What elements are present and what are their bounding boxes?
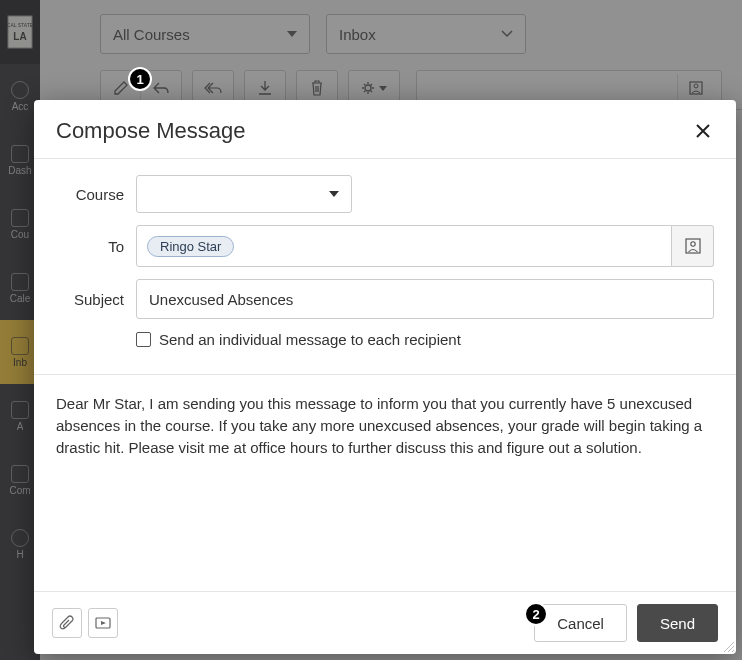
send-label: Send bbox=[660, 615, 695, 632]
callout-number: 1 bbox=[136, 72, 143, 87]
subject-value: Unexcused Absences bbox=[149, 291, 293, 308]
callout-marker-1: 1 bbox=[128, 67, 152, 91]
attach-file-button[interactable] bbox=[52, 608, 82, 638]
course-label: Course bbox=[56, 186, 124, 203]
paperclip-icon bbox=[59, 615, 75, 631]
callout-marker-2: 2 bbox=[524, 602, 548, 626]
to-input[interactable]: Ringo Star bbox=[136, 225, 672, 267]
recipient-pill[interactable]: Ringo Star bbox=[147, 236, 234, 257]
subject-label: Subject bbox=[56, 291, 124, 308]
resize-handle[interactable] bbox=[722, 640, 734, 652]
course-select[interactable] bbox=[136, 175, 352, 213]
modal-title: Compose Message bbox=[56, 118, 246, 144]
subject-input[interactable]: Unexcused Absences bbox=[136, 279, 714, 319]
cancel-button[interactable]: Cancel bbox=[534, 604, 627, 642]
callout-number: 2 bbox=[532, 607, 539, 622]
send-button[interactable]: Send bbox=[637, 604, 718, 642]
to-label: To bbox=[56, 238, 124, 255]
media-icon bbox=[95, 616, 111, 630]
modal-form: Course To Ringo Star Subject Unexcused bbox=[34, 159, 736, 360]
close-icon bbox=[696, 124, 710, 138]
close-button[interactable] bbox=[692, 120, 714, 142]
record-media-button[interactable] bbox=[88, 608, 118, 638]
address-book-button[interactable] bbox=[672, 225, 714, 267]
address-book-icon bbox=[685, 238, 701, 254]
modal-footer: Cancel Send bbox=[34, 591, 736, 654]
compose-message-modal: Compose Message Course To Ringo Star bbox=[34, 100, 736, 654]
svg-point-7 bbox=[690, 242, 694, 246]
modal-header: Compose Message bbox=[34, 100, 736, 159]
cancel-label: Cancel bbox=[557, 615, 604, 632]
individual-message-checkbox[interactable] bbox=[136, 332, 151, 347]
message-body-textarea[interactable]: Dear Mr Star, I am sending you this mess… bbox=[34, 375, 736, 591]
individual-message-label: Send an individual message to each recip… bbox=[159, 331, 461, 348]
caret-down-icon bbox=[329, 191, 339, 197]
